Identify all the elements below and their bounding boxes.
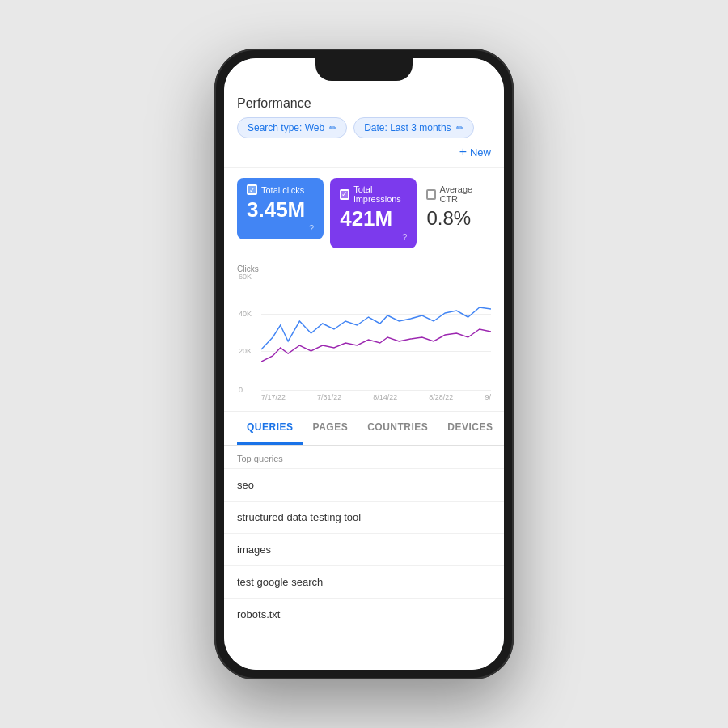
chart-y-label: Clicks bbox=[237, 265, 491, 273]
search-type-filter[interactable]: Search type: Web ✏ bbox=[237, 117, 347, 138]
metrics-row: Total clicks 3.45M ? Total impressions 4… bbox=[237, 178, 491, 248]
y-tick-0: 0 bbox=[239, 386, 243, 394]
chart-x-labels: 7/17/22 7/31/22 8/14/22 8/28/22 9/ bbox=[237, 393, 491, 401]
total-impressions-card[interactable]: Total impressions 421M ? bbox=[330, 178, 417, 248]
average-ctr-label: Average CTR bbox=[439, 184, 488, 204]
x-label-2: 7/31/22 bbox=[317, 393, 341, 401]
screen-content: Performance Search type: Web ✏ Date: Las… bbox=[224, 58, 504, 670]
tab-queries[interactable]: QUERIES bbox=[237, 412, 303, 445]
header: Performance Search type: Web ✏ Date: Las… bbox=[224, 87, 504, 168]
query-item-1[interactable]: seo bbox=[224, 468, 504, 501]
total-clicks-value: 3.45M bbox=[247, 198, 314, 222]
top-queries-label: Top queries bbox=[224, 446, 504, 468]
grid-line-0: 0 bbox=[261, 390, 491, 391]
new-button[interactable]: + New bbox=[459, 145, 491, 159]
x-label-4: 8/28/22 bbox=[429, 393, 453, 401]
query-item-2[interactable]: structured data testing tool bbox=[224, 501, 504, 533]
edit-date-icon: ✏ bbox=[456, 123, 463, 133]
phone-frame: Performance Search type: Web ✏ Date: Las… bbox=[214, 49, 514, 679]
tabs-row: QUERIES PAGES COUNTRIES DEVICES bbox=[224, 412, 504, 445]
date-label: Date: Last 3 months bbox=[364, 122, 451, 133]
metrics-section: Total clicks 3.45M ? Total impressions 4… bbox=[224, 168, 504, 258]
plus-icon: + bbox=[459, 145, 467, 159]
filter-row: Search type: Web ✏ Date: Last 3 months ✏… bbox=[237, 117, 491, 159]
average-ctr-checkbox[interactable] bbox=[426, 189, 436, 200]
tabs-section: QUERIES PAGES COUNTRIES DEVICES bbox=[224, 412, 504, 446]
phone-screen: Performance Search type: Web ✏ Date: Las… bbox=[224, 58, 504, 670]
query-item-5[interactable]: robots.txt bbox=[224, 598, 504, 630]
total-impressions-header: Total impressions bbox=[340, 184, 407, 204]
chart-container: 60K 40K 20K 0 bbox=[237, 277, 491, 390]
total-clicks-label: Total clicks bbox=[261, 185, 304, 195]
total-clicks-checkbox[interactable] bbox=[247, 184, 257, 195]
date-filter[interactable]: Date: Last 3 months ✏ bbox=[353, 117, 473, 138]
total-impressions-value: 421M bbox=[340, 207, 407, 231]
average-ctr-card[interactable]: Average CTR 0.8% bbox=[423, 178, 491, 236]
edit-search-type-icon: ✏ bbox=[329, 123, 336, 133]
y-tick-60k: 60K bbox=[239, 273, 252, 281]
total-impressions-checkbox[interactable] bbox=[340, 189, 349, 200]
total-clicks-help-icon: ? bbox=[309, 223, 314, 233]
total-clicks-header: Total clicks bbox=[247, 184, 314, 195]
total-impressions-help-icon: ? bbox=[402, 232, 407, 242]
tab-countries[interactable]: COUNTRIES bbox=[358, 412, 438, 445]
x-label-1: 7/17/22 bbox=[261, 393, 286, 401]
search-type-label: Search type: Web bbox=[248, 122, 324, 133]
chart-section: Clicks 60K 40K 20K 0 bbox=[224, 258, 504, 412]
y-tick-20k: 20K bbox=[239, 347, 252, 355]
tab-devices[interactable]: DEVICES bbox=[438, 412, 502, 445]
query-item-4[interactable]: test google search bbox=[224, 565, 504, 598]
total-impressions-label: Total impressions bbox=[353, 184, 407, 204]
query-item-3[interactable]: images bbox=[224, 533, 504, 565]
average-ctr-header: Average CTR bbox=[426, 184, 488, 204]
tab-pages[interactable]: PAGES bbox=[303, 412, 358, 445]
x-label-3: 8/14/22 bbox=[373, 393, 397, 401]
total-clicks-card[interactable]: Total clicks 3.45M ? bbox=[237, 178, 324, 239]
y-tick-40k: 40K bbox=[239, 310, 252, 318]
page-title: Performance bbox=[237, 93, 491, 111]
new-button-label: New bbox=[470, 146, 491, 159]
queries-section: Top queries seo structured data testing … bbox=[224, 446, 504, 630]
x-label-5: 9/ bbox=[485, 393, 491, 401]
average-ctr-value: 0.8% bbox=[426, 207, 488, 230]
chart-svg bbox=[261, 277, 491, 390]
phone-notch bbox=[315, 58, 413, 81]
